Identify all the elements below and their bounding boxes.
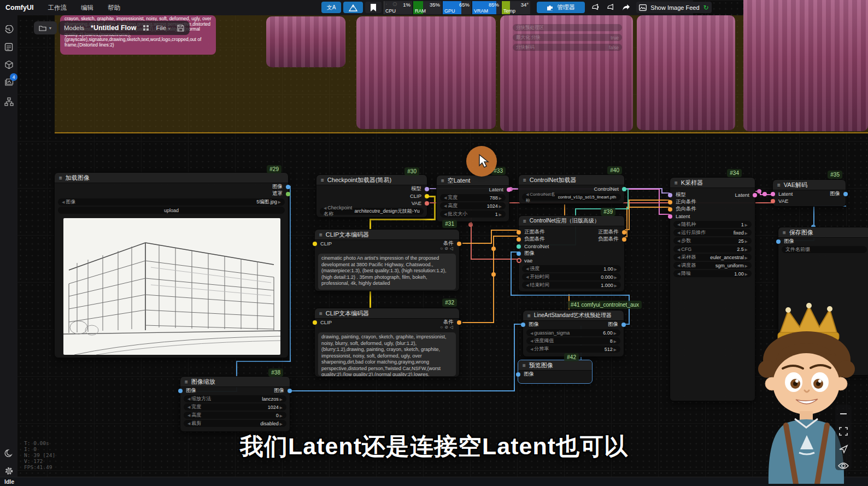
input-port-image[interactable] — [516, 372, 520, 377]
node-menu-icon[interactable]: ≡ — [441, 178, 444, 184]
node-clip-text-encode-negative[interactable]: #32 ≡ CLIP文本编码器 CLIP 条件 ○⊘◁ drawing, pai… — [314, 308, 460, 377]
file-menu[interactable]: File ˅ — [156, 25, 170, 31]
sampler-widget[interactable]: ◀ 采样器 euler_ancestral ▶ — [673, 254, 752, 261]
prompt-textarea[interactable]: cinematic photo An artist's impression o… — [318, 254, 456, 290]
workflow-tab-name[interactable]: *Untitled Flow — [91, 24, 136, 32]
width-widget[interactable]: ◀ 宽度 788 ▶ — [440, 194, 506, 201]
gaussian-sigma-widget[interactable]: ◀ guassian_sigma 6.00 ▶ — [526, 329, 620, 336]
collapse-button[interactable] — [838, 409, 848, 419]
steps-widget[interactable]: ◀ 步数 25 ▶ — [673, 237, 752, 244]
output-port-negative[interactable] — [622, 237, 626, 242]
output-port-positive[interactable] — [622, 230, 626, 235]
gallery-icon[interactable]: 4 — [2, 75, 15, 89]
input-port-image[interactable] — [517, 251, 521, 256]
input-port-vae[interactable] — [517, 258, 521, 263]
history-icon[interactable] — [2, 23, 15, 36]
node-ksampler[interactable]: #34 ≡ K采样器 模型 Latent 正向条件 负向条件 Latent ◀ … — [670, 177, 755, 401]
workflows-icon[interactable] — [2, 95, 15, 108]
node-menu-icon[interactable]: ≡ — [527, 313, 531, 319]
wire-dot[interactable] — [491, 272, 496, 277]
node-menu-icon[interactable]: ≡ — [675, 180, 678, 186]
output-port-vae[interactable] — [425, 201, 429, 206]
upload-button[interactable]: upload — [58, 207, 285, 214]
menu-workflow[interactable]: 工作流 — [48, 4, 67, 12]
fit-view-button[interactable] — [838, 426, 848, 436]
node-menu-icon[interactable]: ≡ — [523, 218, 526, 224]
input-port-clip[interactable] — [313, 242, 317, 246]
filename-prefix-widget[interactable]: 文件名前缀 — [782, 246, 867, 253]
share-button[interactable] — [619, 2, 633, 13]
notification-horn-icon[interactable] — [588, 2, 602, 13]
image-filename-widget[interactable]: ◀ 图像 5编图.jpg ▶ — [58, 198, 285, 206]
node-checkpoint-loader[interactable]: #30 ≡ Checkpoint加载器(简易) 模型 CLIP VAE ◀ Ch… — [316, 174, 427, 218]
scheduler-widget[interactable]: ◀ 调度器 sgm_uniform ▶ — [673, 262, 752, 269]
control-after-generate-widget[interactable]: ◀ 运行后操作 fixed ▶ — [673, 229, 752, 236]
pan-tool-button[interactable] — [838, 444, 848, 454]
input-port-latent[interactable] — [668, 214, 672, 219]
wire-dot[interactable] — [763, 192, 767, 196]
input-port-latent[interactable] — [771, 192, 775, 196]
output-port-controlnet[interactable] — [622, 187, 626, 191]
node-menu-icon[interactable]: ≡ — [523, 177, 526, 183]
node-controlnet-loader[interactable]: #40 ≡ ControlNet加载器 ControlNet ◀ Control… — [518, 174, 625, 204]
batch-size-widget[interactable]: ◀ 批次大小 1 ▶ — [440, 210, 506, 218]
node-menu-icon[interactable]: ≡ — [523, 362, 526, 368]
node-menu-icon[interactable]: ≡ — [59, 175, 62, 181]
show-image-feed-button[interactable]: Show Image Feed ↻ — [636, 2, 712, 13]
cfg-widget[interactable]: ◀ CFG 2.5 ▶ — [673, 245, 752, 253]
notification-horn-muted-icon[interactable] — [603, 2, 618, 13]
output-port-conditioning[interactable] — [457, 320, 461, 325]
node-menu-icon[interactable]: ≡ — [319, 232, 322, 238]
input-port-model[interactable] — [668, 193, 672, 197]
node-lineart-standard-preprocessor[interactable]: #41 comfyui_controlnet_aux ≡ LineArtStan… — [523, 310, 624, 357]
start-percent-widget[interactable]: ◀ 开始时间 0.000 ▶ — [522, 273, 621, 280]
node-load-image[interactable]: #29 ≡ 加载图像 图像 遮罩 ◀ 图像 5编图.jpg ▶ upload — [54, 172, 289, 358]
output-port-image[interactable] — [621, 323, 626, 327]
model-library-icon[interactable] — [2, 58, 15, 71]
menu-help[interactable]: 帮助 — [108, 4, 120, 12]
theme-toggle-icon[interactable] — [2, 447, 15, 460]
tab-models[interactable]: Models — [64, 25, 84, 31]
bookmark-button[interactable] — [365, 2, 382, 13]
wire-dot[interactable] — [757, 189, 761, 194]
seed-widget[interactable]: ◀ 随机种 1 ▶ — [673, 221, 752, 228]
input-port-negative[interactable] — [517, 237, 521, 242]
strength-widget[interactable]: ◀ 强度 1.00 ▶ — [522, 265, 621, 272]
save-icon[interactable] — [177, 25, 184, 32]
denoise-widget[interactable]: ◀ 降噪 1.00 ▶ — [673, 270, 752, 277]
node-image-scale[interactable]: #38 ≡ 图像缩放 图像 图像 ◀ 缩放方法 lanczos ▶ ◀ 宽度 1… — [180, 376, 290, 432]
node-menu-icon[interactable]: ≡ — [777, 182, 781, 188]
crop-widget[interactable]: ◀ 裁剪 disabled ▶ — [184, 420, 286, 427]
output-port-mask[interactable] — [286, 192, 290, 196]
output-port-clip[interactable] — [425, 194, 429, 198]
manager-button[interactable]: 管理器 — [537, 2, 585, 13]
input-port-image[interactable] — [521, 323, 525, 327]
end-percent-widget[interactable]: ◀ 结束时间 1.000 ▶ — [522, 282, 621, 289]
input-port-image[interactable] — [178, 389, 183, 393]
wire-dot[interactable] — [468, 222, 473, 227]
input-port-controlnet[interactable] — [517, 244, 521, 249]
node-empty-latent[interactable]: #33 ≡ 空Latent Latent ◀ 宽度 788 ▶ ◀ 高度 102… — [436, 175, 509, 222]
checkpoint-name-widget[interactable]: ◀ Checkpoint名称 architecutre_design元技能-Yu… — [320, 208, 424, 215]
node-controlnet-apply-advanced[interactable]: #39 ≡ ControlNet应用（旧版高级） 正面条件 正面条件 负面条件 … — [518, 215, 625, 292]
output-port-model[interactable] — [425, 187, 429, 191]
height-widget[interactable]: ◀ 高度 0 ▶ — [184, 412, 286, 419]
input-port-image[interactable] — [776, 239, 781, 244]
controlnet-name-widget[interactable]: ◀ ControlNet名称 control_v11p_sd15_lineart… — [522, 194, 621, 201]
output-port-image[interactable] — [286, 185, 290, 189]
translate-button[interactable]: 文A — [321, 2, 341, 13]
textbox-tool-icons[interactable]: ○⊘◁ — [440, 246, 455, 251]
resolution-widget[interactable]: ◀ 分辨率 512 ▶ — [526, 346, 620, 353]
comfyui-canvas[interactable]: crayon, sketch, graphite, impressionist,… — [0, 0, 868, 486]
textbox-tool-icons[interactable]: ○⊘◁ — [440, 325, 455, 330]
node-vae-decode[interactable]: #35 ≡ VAE解码 Latent 图像 VAE — [772, 179, 846, 207]
node-menu-icon[interactable]: ≡ — [783, 230, 786, 236]
logo-badge-button[interactable] — [343, 2, 363, 13]
workflow-folder-button[interactable]: ▼ — [34, 21, 57, 34]
node-menu-icon[interactable]: ≡ — [321, 177, 324, 183]
prompt-textarea[interactable]: drawing, painting, crayon, sketch, graph… — [318, 332, 456, 376]
queue-icon[interactable] — [2, 40, 15, 54]
output-port-latent[interactable] — [753, 193, 757, 197]
output-port-latent[interactable] — [507, 188, 511, 192]
node-menu-icon[interactable]: ≡ — [185, 379, 188, 385]
